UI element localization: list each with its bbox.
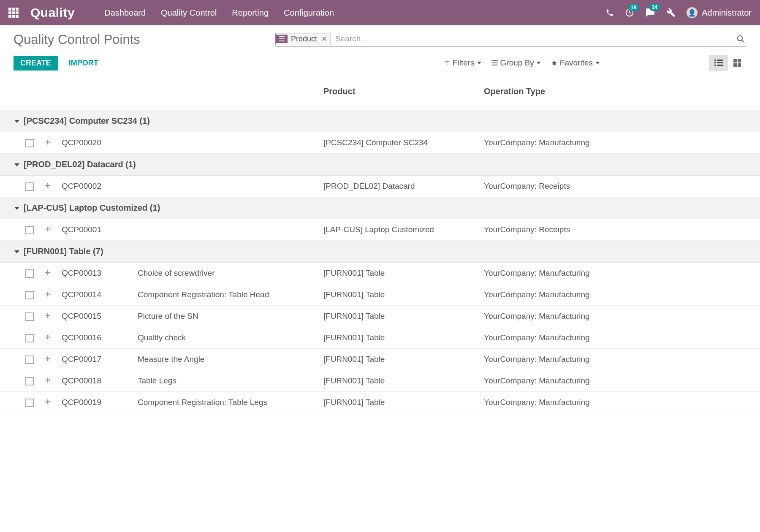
cell-operation: YourCompany: Manufacturing	[479, 284, 760, 306]
svg-point-4	[738, 36, 743, 41]
cell-title	[133, 132, 318, 154]
groupby-label: Group By	[500, 58, 534, 68]
cell-reference: QCP00015	[57, 306, 133, 327]
group-header[interactable]: [PROD_DEL02] Datacard (1)	[0, 154, 760, 176]
search-icon[interactable]	[735, 35, 746, 43]
page-title: Quality Control Points	[14, 32, 275, 47]
cell-title: Choice of screwdriver	[133, 263, 318, 284]
favorites-dropdown[interactable]: Favorites	[551, 58, 600, 68]
table-row[interactable]: QCP00016Quality check[FURN001] TableYour…	[0, 327, 760, 349]
cell-title: Table Legs	[133, 370, 318, 392]
cell-title: Picture of the SN	[133, 306, 318, 327]
drag-handle-icon[interactable]	[39, 284, 57, 306]
facet-remove[interactable]: ✕	[320, 33, 331, 45]
svg-rect-14	[717, 65, 723, 66]
activity-icon[interactable]: 19	[625, 8, 634, 17]
svg-rect-9	[714, 60, 716, 61]
phone-icon[interactable]	[605, 8, 614, 17]
activity-badge: 19	[628, 4, 639, 11]
drag-handle-icon[interactable]	[39, 219, 57, 241]
cell-product: [FURN001] Table	[318, 284, 479, 306]
table-row[interactable]: QCP00002[PROD_DEL02] DatacardYourCompany…	[0, 176, 760, 197]
row-checkbox[interactable]	[25, 139, 34, 147]
cell-product: [FURN001] Table	[318, 327, 479, 349]
row-checkbox[interactable]	[25, 399, 34, 407]
table-row[interactable]: QCP00014Component Registration: Table He…	[0, 284, 760, 306]
cell-operation: YourCompany: Manufacturing	[479, 370, 760, 392]
row-checkbox[interactable]	[25, 334, 34, 342]
search-facet-product: Product ✕	[275, 33, 331, 45]
table-row[interactable]: QCP00018Table Legs[FURN001] TableYourCom…	[0, 370, 760, 392]
caret-down-icon	[14, 250, 19, 253]
nav-dashboard[interactable]: Dashboard	[104, 8, 146, 18]
caret-down-icon	[14, 163, 19, 166]
drag-handle-icon[interactable]	[39, 349, 57, 370]
drag-handle-icon[interactable]	[39, 132, 57, 154]
create-button[interactable]: CREATE	[14, 56, 58, 71]
cell-reference: QCP00016	[57, 327, 133, 349]
cell-reference: QCP00018	[57, 370, 133, 392]
drag-handle-icon[interactable]	[39, 306, 57, 327]
drag-handle-icon[interactable]	[39, 176, 57, 197]
groupby-dropdown[interactable]: Group By	[491, 58, 541, 68]
nav-quality-control[interactable]: Quality Control	[161, 8, 217, 18]
table-row[interactable]: QCP00020[PCSC234] Computer SC234YourComp…	[0, 132, 760, 154]
cell-reference: QCP00019	[57, 392, 133, 413]
messages-icon[interactable]: 24	[645, 8, 655, 18]
row-checkbox[interactable]	[25, 182, 34, 191]
col-operation[interactable]: Operation Type	[479, 78, 760, 110]
cell-title: Quality check	[133, 327, 318, 349]
filters-label: Filters	[453, 58, 475, 68]
caret-down-icon	[14, 120, 19, 123]
row-checkbox[interactable]	[25, 291, 34, 299]
control-panel: Quality Control Points Product ✕ CREATE …	[0, 25, 760, 78]
svg-rect-11	[714, 62, 716, 63]
cell-product: [PCSC234] Computer SC234	[318, 132, 479, 154]
group-label: [LAP-CUS] Laptop Customized (1)	[24, 203, 160, 212]
group-header[interactable]: [FURN001] Table (7)	[0, 241, 760, 263]
nav-configuration[interactable]: Configuration	[284, 8, 334, 18]
group-label: [PROD_DEL02] Datacard (1)	[24, 160, 136, 169]
drag-handle-icon[interactable]	[39, 370, 57, 392]
cell-product: [FURN001] Table	[318, 370, 479, 392]
import-button[interactable]: IMPORT	[62, 56, 105, 71]
drag-handle-icon[interactable]	[39, 392, 57, 413]
row-checkbox[interactable]	[25, 226, 34, 234]
group-header[interactable]: [PCSC234] Computer SC234 (1)	[0, 110, 760, 132]
caret-down-icon	[14, 207, 19, 210]
group-header[interactable]: [LAP-CUS] Laptop Customized (1)	[0, 197, 760, 219]
filters-dropdown[interactable]: Filters	[444, 58, 481, 68]
list-table: Product Operation Type [PCSC234] Compute…	[0, 78, 760, 413]
view-kanban-button[interactable]	[728, 55, 746, 71]
view-list-button[interactable]	[709, 55, 728, 71]
cell-operation: YourCompany: Receipts	[479, 219, 760, 241]
debug-icon[interactable]	[666, 8, 676, 17]
row-checkbox[interactable]	[25, 356, 34, 364]
table-row[interactable]: QCP00015Picture of the SN[FURN001] Table…	[0, 306, 760, 327]
table-row[interactable]: QCP00001[LAP-CUS] Laptop CustomizedYourC…	[0, 219, 760, 241]
cell-product: [FURN001] Table	[318, 306, 479, 327]
cell-product: [FURN001] Table	[318, 263, 479, 284]
drag-handle-icon[interactable]	[39, 263, 57, 284]
drag-handle-icon[interactable]	[39, 327, 57, 349]
svg-line-5	[742, 40, 744, 42]
row-checkbox[interactable]	[25, 312, 34, 321]
user-name: Administrator	[702, 8, 752, 18]
row-checkbox[interactable]	[25, 269, 34, 278]
row-checkbox[interactable]	[25, 377, 34, 385]
cell-title: Component Registration: Table Head	[133, 284, 318, 306]
messages-badge: 24	[649, 3, 660, 11]
search-bar[interactable]: Product ✕	[275, 33, 746, 47]
group-label: [PCSC234] Computer SC234 (1)	[24, 116, 150, 125]
table-row[interactable]: QCP00013Choice of screwdriver[FURN001] T…	[0, 263, 760, 284]
brand: Quality	[30, 5, 75, 20]
table-row[interactable]: QCP00019Component Registration: Table Le…	[0, 392, 760, 413]
search-input[interactable]	[334, 33, 735, 45]
col-product[interactable]: Product	[318, 78, 479, 110]
cell-product: [FURN001] Table	[318, 392, 479, 413]
user-menu[interactable]: 👤 Administrator	[687, 7, 752, 18]
cell-reference: QCP00017	[57, 349, 133, 370]
apps-icon[interactable]	[8, 8, 19, 18]
nav-reporting[interactable]: Reporting	[232, 8, 269, 18]
table-row[interactable]: QCP00017Measure the Angle[FURN001] Table…	[0, 349, 760, 370]
